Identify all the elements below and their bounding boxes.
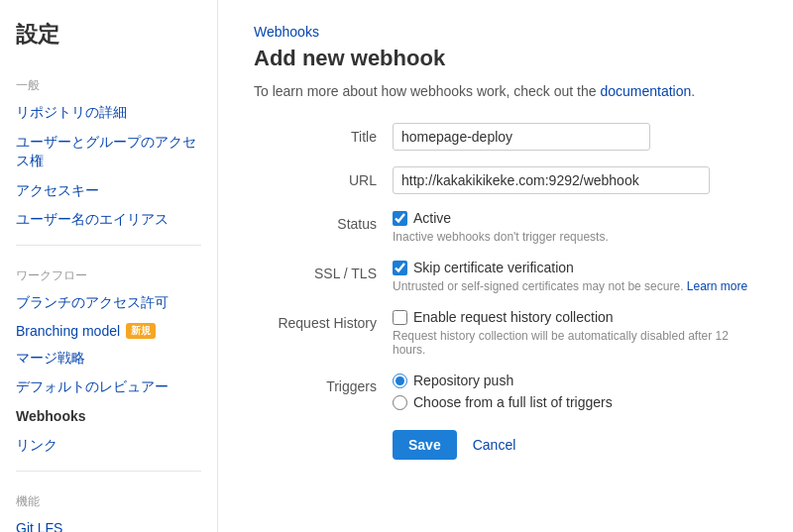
status-hint: Inactive webhooks don't trigger requests… [393,230,757,244]
ssl-skip-label: Skip certificate verification [413,260,574,275]
page-title: Add new webhook [254,46,757,71]
sidebar-item-merge-strategy[interactable]: マージ戦略 [0,344,217,373]
history-hint: Request history collection will be autom… [393,329,757,357]
ssl-control-wrap: Skip certificate verification Untrusted … [393,260,757,293]
trigger-repo-push-label: Repository push [413,372,513,388]
trigger-full-list-radio[interactable]: Choose from a full list of triggers [393,394,757,410]
sidebar: 設定 一般 リポジトリの詳細 ユーザーとグループのアクセス権 アクセスキー ユー… [0,0,218,532]
status-control-wrap: Active Inactive webhooks don't trigger r… [393,210,757,244]
trigger-repo-push-input[interactable] [393,373,407,388]
description-prefix: To learn more about how webhooks work, c… [254,83,600,99]
ssl-hint-text: Untrusted or self-signed certificates ma… [393,279,683,293]
form-row-title: Title [254,123,757,151]
sidebar-item-user-alias[interactable]: ユーザー名のエイリアス [0,205,217,235]
history-label: Request History [254,309,393,331]
sidebar-title: 設定 [0,20,217,65]
sidebar-item-repo-detail[interactable]: リポジトリの詳細 [0,98,217,128]
description: To learn more about how webhooks work, c… [254,83,757,99]
sidebar-item-branching-model[interactable]: Branching model 新規 [0,318,217,344]
url-label: URL [254,166,393,188]
history-enable-label: Enable request history collection [413,309,614,325]
trigger-full-list-label: Choose from a full list of triggers [413,394,613,410]
cancel-button[interactable]: Cancel [469,430,520,460]
status-label: Status [254,210,393,232]
triggers-label: Triggers [254,372,393,394]
title-label: Title [254,123,393,145]
description-suffix: . [691,83,695,99]
triggers-control-wrap: Repository push Choose from a full list … [393,372,757,410]
status-active-label: Active [413,210,451,226]
breadcrumb[interactable]: Webhooks [254,24,757,40]
history-control-wrap: Enable request history collection Reques… [393,309,757,357]
button-row: Save Cancel [393,430,757,460]
form-row-buttons: Save Cancel [254,426,757,460]
documentation-link[interactable]: documentation [600,83,691,99]
form-row-url: URL [254,166,757,194]
main-content: Webhooks Add new webhook To learn more a… [218,0,793,532]
title-input[interactable] [393,123,650,151]
form-row-history: Request History Enable request history c… [254,309,757,357]
sidebar-item-branch-access[interactable]: ブランチのアクセス許可 [0,288,217,318]
sidebar-divider-1 [16,245,201,246]
sidebar-item-git-lfs[interactable]: Git LFS [0,514,217,532]
badge-new: 新規 [126,323,156,339]
form-row-triggers: Triggers Repository push Choose from a f… [254,372,757,410]
sidebar-item-default-reviewer[interactable]: デフォルトのレビュアー [0,372,217,402]
url-control-wrap [393,166,757,194]
sidebar-item-access-key[interactable]: アクセスキー [0,176,217,206]
history-enable-checkbox[interactable]: Enable request history collection [393,309,757,325]
sidebar-item-user-group[interactable]: ユーザーとグループのアクセス権 [0,128,217,176]
status-active-checkbox[interactable]: Active [393,210,451,226]
sidebar-item-webhooks[interactable]: Webhooks [0,402,217,432]
sidebar-item-link[interactable]: リンク [0,431,217,461]
buttons-spacer [254,426,393,432]
ssl-hint: Untrusted or self-signed certificates ma… [393,279,757,293]
form-row-status: Status Active Inactive webhooks don't tr… [254,210,757,244]
title-control-wrap [393,123,757,151]
section-label-workflow: ワークフロー [0,256,217,288]
sidebar-divider-2 [16,471,201,472]
ssl-label: SSL / TLS [254,260,393,281]
buttons-wrap: Save Cancel [393,426,757,460]
trigger-radio-group: Repository push Choose from a full list … [393,372,757,410]
url-input[interactable] [393,166,710,194]
trigger-full-list-input[interactable] [393,395,407,410]
trigger-repo-push-radio[interactable]: Repository push [393,372,757,388]
section-label-general: 一般 [0,65,217,98]
ssl-learn-more-link[interactable]: Learn more [687,279,747,293]
status-checkbox-input[interactable] [393,211,407,226]
save-button[interactable]: Save [393,430,457,460]
branching-model-label: Branching model [16,323,120,339]
section-label-features: 機能 [0,481,217,514]
ssl-skip-checkbox[interactable]: Skip certificate verification [393,260,757,275]
ssl-checkbox-input[interactable] [393,261,407,275]
history-checkbox-input[interactable] [393,310,407,325]
form-row-ssl: SSL / TLS Skip certificate verification … [254,260,757,293]
